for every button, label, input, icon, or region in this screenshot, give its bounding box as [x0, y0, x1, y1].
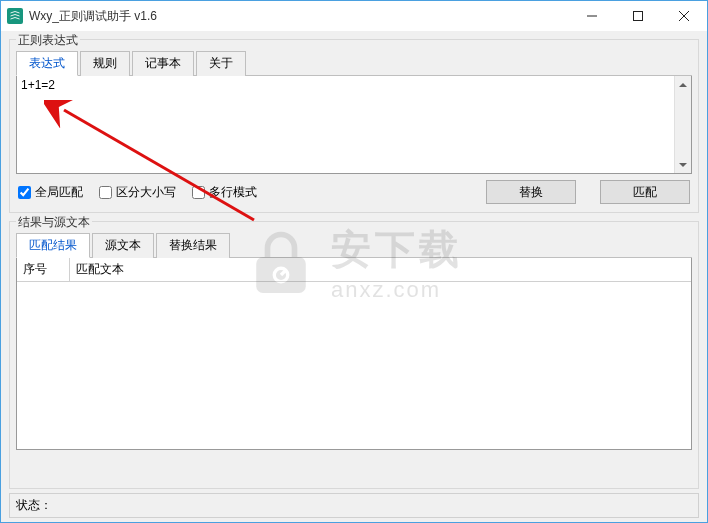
tab-replace-result[interactable]: 替换结果	[156, 233, 230, 258]
regex-group: 正则表达式 表达式 规则 记事本 关于 全局匹配	[9, 39, 699, 213]
replace-button[interactable]: 替换	[486, 180, 576, 204]
match-button[interactable]: 匹配	[600, 180, 690, 204]
tab-rules[interactable]: 规则	[80, 51, 130, 76]
window-title: Wxy_正则调试助手 v1.6	[29, 8, 569, 25]
expression-input[interactable]	[17, 76, 674, 173]
checkbox-global-input[interactable]	[18, 186, 31, 199]
status-bar: 状态：	[9, 493, 699, 518]
result-group-label: 结果与源文本	[16, 214, 92, 231]
tab-source-text[interactable]: 源文本	[92, 233, 154, 258]
svg-rect-1	[634, 12, 643, 21]
checkbox-case-input[interactable]	[99, 186, 112, 199]
client-area: 正则表达式 表达式 规则 记事本 关于 全局匹配	[1, 31, 707, 522]
tab-match-result[interactable]: 匹配结果	[16, 233, 90, 258]
app-window: Wxy_正则调试助手 v1.6 正则表达式 表达式 规则 记事本 关于	[0, 0, 708, 523]
regex-group-label: 正则表达式	[16, 32, 80, 49]
options-row: 全局匹配 区分大小写 多行模式 替换 匹配	[16, 174, 692, 206]
result-table: 序号 匹配文本	[17, 258, 691, 282]
editor-scrollbar[interactable]	[674, 76, 691, 173]
col-match-text[interactable]: 匹配文本	[69, 258, 691, 282]
titlebar[interactable]: Wxy_正则调试助手 v1.6	[1, 1, 707, 31]
checkbox-multiline[interactable]: 多行模式	[192, 184, 257, 201]
table-header-row: 序号 匹配文本	[17, 258, 691, 282]
checkbox-global[interactable]: 全局匹配	[18, 184, 83, 201]
tab-expression[interactable]: 表达式	[16, 51, 78, 76]
checkbox-case-label: 区分大小写	[116, 184, 176, 201]
app-icon	[7, 8, 23, 24]
result-table-wrap: 序号 匹配文本	[16, 258, 692, 450]
col-index[interactable]: 序号	[17, 258, 69, 282]
checkbox-global-label: 全局匹配	[35, 184, 83, 201]
top-tabs: 表达式 规则 记事本 关于	[16, 50, 692, 76]
minimize-button[interactable]	[569, 1, 615, 31]
expression-editor-wrap	[16, 76, 692, 174]
maximize-button[interactable]	[615, 1, 661, 31]
tab-about[interactable]: 关于	[196, 51, 246, 76]
close-button[interactable]	[661, 1, 707, 31]
scroll-up-icon[interactable]	[675, 76, 691, 93]
tab-notepad[interactable]: 记事本	[132, 51, 194, 76]
scroll-track[interactable]	[675, 93, 691, 156]
checkbox-multiline-label: 多行模式	[209, 184, 257, 201]
bottom-tabs: 匹配结果 源文本 替换结果	[16, 232, 692, 258]
checkbox-case[interactable]: 区分大小写	[99, 184, 176, 201]
scroll-down-icon[interactable]	[675, 156, 691, 173]
status-label: 状态：	[16, 498, 52, 512]
result-group: 结果与源文本 匹配结果 源文本 替换结果 序号 匹配文本	[9, 221, 699, 489]
window-controls	[569, 1, 707, 31]
checkbox-multiline-input[interactable]	[192, 186, 205, 199]
